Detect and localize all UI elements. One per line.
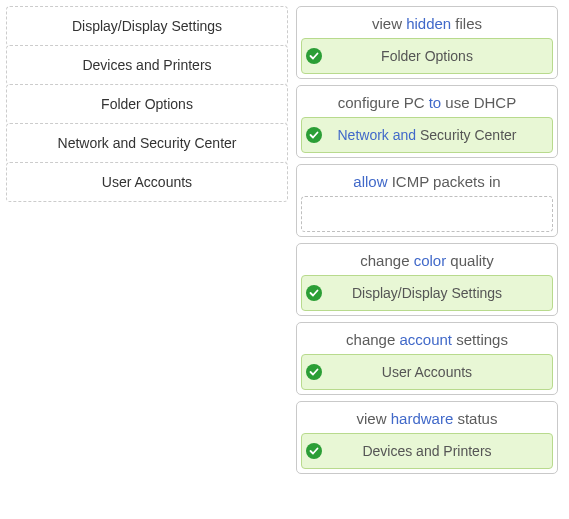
check-icon [306,364,322,380]
target-slot[interactable]: Network and Security Center [301,117,553,153]
source-item-display-settings[interactable]: Display/Display Settings [6,6,288,46]
target-card-icmp: allow ICMP packets in [296,164,558,237]
target-list: view hidden files Folder Options configu… [296,6,558,474]
target-title: allow ICMP packets in [301,169,553,196]
source-label: Network and Security Center [58,136,237,150]
target-title: configure PC to use DHCP [301,90,553,117]
check-icon [306,48,322,64]
target-card-hardware-status: view hardware status Devices and Printer… [296,401,558,474]
slot-answer: Devices and Printers [362,443,491,459]
target-slot[interactable]: Folder Options [301,38,553,74]
slot-answer: Display/Display Settings [352,285,502,301]
slot-answer: Network and Security Center [338,127,517,143]
check-icon [306,443,322,459]
target-card-color-quality: change color quality Display/Display Set… [296,243,558,316]
source-item-user-accounts[interactable]: User Accounts [6,162,288,202]
target-card-dhcp: configure PC to use DHCP Network and Sec… [296,85,558,158]
target-title: change account settings [301,327,553,354]
target-card-hidden-files: view hidden files Folder Options [296,6,558,79]
slot-answer: Folder Options [381,48,473,64]
target-title: change color quality [301,248,553,275]
source-item-devices-printers[interactable]: Devices and Printers [6,45,288,85]
matching-layout: Display/Display Settings Devices and Pri… [6,6,563,474]
target-slot[interactable]: User Accounts [301,354,553,390]
target-slot[interactable]: Devices and Printers [301,433,553,469]
source-label: User Accounts [102,175,192,189]
source-label: Devices and Printers [82,58,211,72]
check-icon [306,127,322,143]
target-slot[interactable] [301,196,553,232]
source-item-folder-options[interactable]: Folder Options [6,84,288,124]
source-label: Folder Options [101,97,193,111]
source-list: Display/Display Settings Devices and Pri… [6,6,288,201]
source-item-network-security[interactable]: Network and Security Center [6,123,288,163]
target-slot[interactable]: Display/Display Settings [301,275,553,311]
target-title: view hardware status [301,406,553,433]
target-title: view hidden files [301,11,553,38]
source-label: Display/Display Settings [72,19,222,33]
check-icon [306,285,322,301]
target-card-account-settings: change account settings User Accounts [296,322,558,395]
slot-answer: User Accounts [382,364,472,380]
